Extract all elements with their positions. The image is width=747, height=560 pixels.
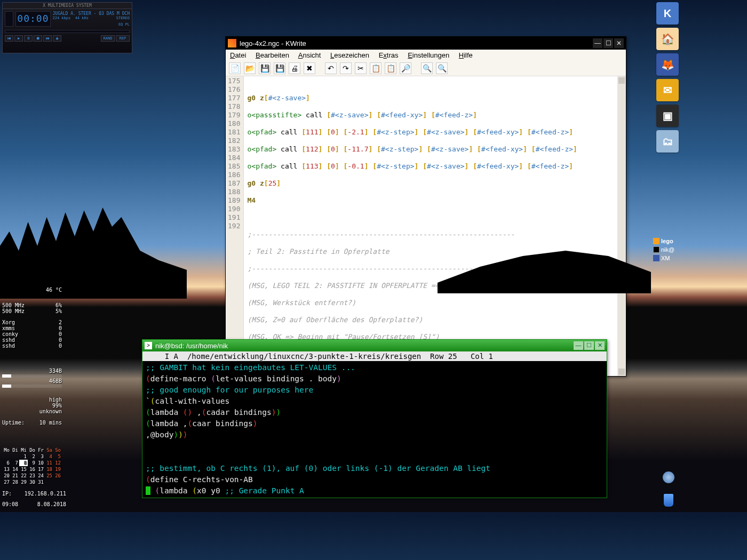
terminal-window: > nik@bsd: /usr/home/nik — ☐ ✕ I A /home…	[142, 339, 607, 498]
menu-hilfe[interactable]: Hilfe	[459, 51, 473, 59]
xmms-track: JUGALD A. STEER - 03 DAS M OCH	[53, 11, 130, 16]
menubar: Datei Bearbeiten Ansicht Lesezeichen Ext…	[226, 50, 626, 61]
close-file-icon[interactable]: ✖	[304, 62, 315, 74]
code-area[interactable]: g0 z[#<z-save>] o<passstifte> call [#<z-…	[244, 76, 617, 376]
redo-icon[interactable]: ↷	[340, 62, 352, 74]
volume-icon[interactable]	[663, 471, 674, 483]
rep-button[interactable]: REP	[116, 35, 130, 42]
kde-menu-icon[interactable]: K	[656, 2, 679, 25]
cut-icon[interactable]: ✂	[355, 62, 367, 74]
task-xmms[interactable]: XM	[651, 254, 683, 262]
terminal-title: nik@bsd: /usr/home/nik	[155, 342, 228, 350]
file-manager-icon[interactable]: 🗂	[656, 130, 679, 153]
prev-button[interactable]: ⏮	[5, 35, 13, 42]
save-icon[interactable]: 💾	[259, 62, 271, 74]
undo-icon[interactable]: ↶	[325, 62, 337, 74]
minimize-button[interactable]: —	[574, 341, 583, 350]
find-icon[interactable]: 🔎	[400, 62, 411, 74]
task-lego[interactable]: lego	[651, 237, 683, 245]
editor[interactable]: 1751761771781791801811821831841851861871…	[226, 76, 626, 376]
menu-bearbeiten[interactable]: Bearbeiten	[256, 51, 289, 59]
conky-calendar: MoDiMiDoFrSaSo 12345 6789101112 13141516…	[2, 447, 66, 508]
open-icon[interactable]: 📂	[244, 62, 256, 74]
mail-icon[interactable]: ✉	[656, 79, 679, 101]
xmms-viz	[5, 11, 13, 27]
zoom-out-icon[interactable]: 🔍	[436, 62, 448, 74]
toolbar: 📄 📂 💾 💾 🖨 ✖ ↶ ↷ ✂ 📋 📋 🔎 🔍 🔍	[226, 61, 626, 76]
next-button[interactable]: ⏭	[43, 35, 52, 42]
stop-button[interactable]: ⏹	[34, 35, 42, 42]
maximize-button[interactable]: ☐	[603, 38, 613, 48]
close-button[interactable]: ✕	[614, 38, 624, 48]
konsole-icon[interactable]: ▣	[656, 105, 679, 127]
menu-datei[interactable]: Datei	[230, 51, 246, 59]
xmms-icon	[653, 255, 659, 261]
minimize-button[interactable]: —	[593, 38, 602, 48]
conky-sensors: 46 °C 500 MHz6% 500 MHz5% Xorg2 xmms0 co…	[2, 287, 62, 349]
zoom-in-icon[interactable]: 🔍	[421, 62, 433, 74]
window-title: lego-4x2.ngc - KWrite	[240, 39, 306, 47]
menu-extras[interactable]: Extras	[379, 51, 399, 59]
firefox-icon[interactable]: 🦊	[656, 53, 679, 76]
terminal-icon	[653, 246, 659, 253]
copy-icon[interactable]: 📋	[370, 62, 382, 74]
terminal-icon: >	[145, 342, 152, 349]
line-gutter: 1751761771781791801811821831841851861871…	[226, 76, 244, 376]
menu-lesezeichen[interactable]: Lesezeichen	[330, 51, 369, 59]
right-dock: K 🏠 🦊 ✉ ▣ 🗂	[653, 2, 682, 153]
kwrite-app-icon	[228, 39, 236, 47]
home-icon[interactable]: 🏠	[656, 28, 679, 50]
xmms-seekbar[interactable]	[5, 30, 130, 33]
kwrite-titlebar[interactable]: lego-4x2.ngc - KWrite — ☐ ✕	[226, 37, 626, 50]
terminal-titlebar[interactable]: > nik@bsd: /usr/home/nik — ☐ ✕	[142, 340, 607, 351]
eject-button[interactable]: ⏏	[53, 35, 61, 42]
kwrite-window: lego-4x2.ngc - KWrite — ☐ ✕ Datei Bearbe…	[225, 36, 626, 377]
xmms-player[interactable]: X MULTIMEDIA SYSTEM 00:00 JUGALD A. STEE…	[2, 2, 132, 53]
xmms-titlebar[interactable]: X MULTIMEDIA SYSTEM	[3, 3, 132, 9]
paste-icon[interactable]: 📋	[385, 62, 396, 74]
saveas-icon[interactable]: 💾	[274, 62, 285, 74]
editor-statusbar: I A /home/entwicklung/linuxcnc/3-punkte-…	[142, 351, 607, 361]
print-icon[interactable]: 🖨	[289, 62, 300, 74]
net-up-bar	[2, 385, 62, 388]
new-icon[interactable]: 📄	[229, 62, 241, 74]
pause-button[interactable]: ⏸	[24, 35, 33, 42]
trash-icon[interactable]	[664, 494, 673, 507]
rand-button[interactable]: RAND	[101, 35, 115, 42]
net-down-bar	[2, 374, 62, 378]
menu-einstellungen[interactable]: Einstellungen	[408, 51, 449, 59]
terminal-body[interactable]: ;; GAMBIT hat kein eingebautes LET-VALUE…	[142, 361, 607, 498]
task-terminal[interactable]: nik@	[651, 245, 683, 254]
xmms-info: 224 kbps 44 kHz STEREO	[53, 16, 130, 20]
task-list: lego nik@ XM	[651, 237, 683, 262]
menu-ansicht[interactable]: Ansicht	[298, 51, 321, 59]
scrollbar[interactable]	[617, 76, 626, 376]
kwrite-icon	[653, 238, 659, 244]
conky-network: 334B 468B high 99% unknown Uptime:10 min…	[2, 368, 62, 426]
systray	[663, 471, 674, 507]
maximize-button[interactable]: ☐	[584, 341, 594, 350]
close-button[interactable]: ✕	[595, 341, 605, 350]
play-button[interactable]: ▶	[14, 35, 23, 42]
xmms-time-lcd: 00:00	[15, 11, 50, 27]
